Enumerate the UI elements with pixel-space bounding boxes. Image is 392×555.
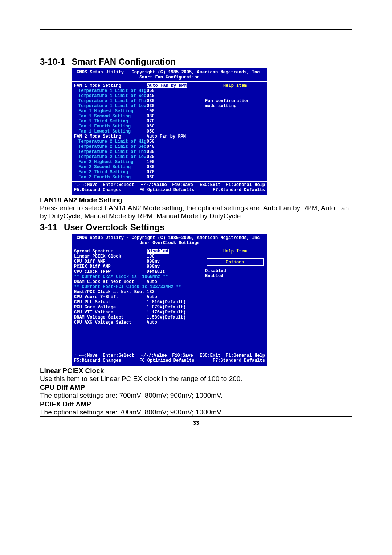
help-lines-1: Fan confirurationmode setting bbox=[205, 98, 265, 109]
bios-setting-row: Linear PCIEX Clock100 bbox=[74, 254, 200, 259]
bios-help-panel-1: Help Item Fan confirurationmode setting bbox=[203, 82, 267, 181]
section-title-2: User Overclock Settings bbox=[64, 222, 164, 232]
help-line: Fan confiruration bbox=[205, 98, 265, 104]
bios-setting-row: ** Current Host/PCI Clock is 133/33MHz *… bbox=[74, 284, 200, 289]
section-title-1: Smart FAN Configuration bbox=[72, 57, 176, 66]
bios-settings-list-1: FAN 1 Mode SettingAuto Fan by RPMTempera… bbox=[72, 82, 203, 181]
section-number-1: 3-10-1 bbox=[40, 57, 65, 66]
help-lines-2: DisabledEnabled bbox=[205, 268, 265, 279]
footer-key: F5:Discard Changes bbox=[74, 187, 121, 193]
help-title-2: Help Item bbox=[205, 249, 265, 254]
bios-footer-2: ↑↓←→:Move Enter:Select+/-/:Value F10:Sav… bbox=[72, 352, 267, 365]
bios-setting-row: Temperature 1 Limit of Sec040 bbox=[74, 93, 200, 98]
subheading: Linear PCIEX Clock bbox=[40, 367, 352, 375]
body-text: Use this item to set Linear PCIEX clock … bbox=[40, 375, 352, 383]
bios-setting-row: PCH Core Voltage1.079V(Default) bbox=[74, 305, 200, 310]
bios-setting-row: Fan 1 Third Setting070 bbox=[74, 119, 200, 124]
bios-setting-row: PCIEX Diff AMP800mv bbox=[74, 264, 200, 269]
bios-setting-row: Spread SpectrumDisabled bbox=[74, 249, 200, 254]
body-text: The optional settings are: 700mV; 800mV;… bbox=[40, 392, 352, 400]
bios-settings-list-2: Spread SpectrumDisabledLinear PCIEX Cloc… bbox=[72, 247, 203, 352]
bios-setting-row: CPU clock skewDefault bbox=[74, 269, 200, 274]
page-number: 33 bbox=[40, 420, 352, 426]
footer-key: +/-/:Value F10:Save bbox=[141, 182, 193, 187]
bios-setting-row: CPU AXG Voltage SelectAuto bbox=[74, 320, 200, 325]
footer-key: ↑↓←→:Move Enter:Select bbox=[74, 353, 134, 358]
bios-subtitle-1: Smart Fan Configuration bbox=[72, 75, 267, 80]
bios-setting-row: Temperature 2 Limit of Thi030 bbox=[74, 149, 200, 154]
bios-copyright-2: CMOS Setup Utility - Copyright (C) 1985-… bbox=[72, 235, 267, 240]
bios-subtitle-2: User OverClock Settings bbox=[72, 240, 267, 246]
bios-setting-row: Fan 1 Lowest Setting050 bbox=[74, 129, 200, 134]
page-bottom-rule bbox=[40, 416, 352, 417]
help-line: Disabled bbox=[205, 268, 265, 274]
bios-setting-row: CPU Vcore 7-ShiftAuto bbox=[74, 295, 200, 300]
footer-key: F7:Standard Defaults bbox=[213, 358, 265, 363]
bios-setting-row: Fan 2 Second Setting080 bbox=[74, 165, 200, 170]
bios-setting-row: DRAM Clock at Next BootAuto bbox=[74, 279, 200, 284]
bios-setting-row: Fan 1 Second Setting080 bbox=[74, 114, 200, 119]
subheading: CPU Diff AMP bbox=[40, 384, 352, 392]
bios-setting-row: Temperature 1 Limit of Low020 bbox=[74, 104, 200, 109]
footer-key: F7:Standard Defaults bbox=[213, 187, 265, 193]
bios-setting-row: Temperature 1 Limit of Hig050 bbox=[74, 88, 200, 93]
body-text: The optional settings are: 700mV; 800mV;… bbox=[40, 408, 352, 416]
bios-setting-row: FAN 2 Mode SettingAuto Fan by RPM bbox=[74, 134, 200, 139]
bios-copyright-1: CMOS Setup Utility - Copyright (C) 1985-… bbox=[72, 70, 267, 75]
bios-setting-row: ** Current DRAM Clock is 1066Mhz ** bbox=[74, 274, 200, 279]
bios-setting-row: Temperature 2 Limit of Hig050 bbox=[74, 139, 200, 144]
bios-setting-row: Fan 1 Highest Setting100 bbox=[74, 109, 200, 114]
section-number-2: 3-11 bbox=[40, 222, 57, 232]
bios-setting-row: Fan 2 Third Setting070 bbox=[74, 170, 200, 175]
bios-setting-row: Fan 1 Fourth Setting060 bbox=[74, 124, 200, 129]
help-title-1: Help Item bbox=[205, 83, 265, 88]
footer-key: ESC:Exit F1:General Help bbox=[200, 182, 265, 187]
bios-help-panel-2: Help Item Options DisabledEnabled bbox=[203, 247, 267, 352]
section-heading-2: 3-11User Overclock Settings bbox=[40, 222, 352, 232]
subheading: PCIEX Diff AMP bbox=[40, 400, 352, 408]
bios-setting-row: Fan 2 Highest Setting100 bbox=[74, 159, 200, 165]
bios-screenshot-1: CMOS Setup Utility - Copyright (C) 1985-… bbox=[72, 68, 267, 195]
bios-setting-row: Temperature 2 Limit of Low020 bbox=[74, 154, 200, 159]
footer-key: F6:Optimized Defaults bbox=[139, 187, 194, 193]
bios-setting-row: CPU Diff AMP800mv bbox=[74, 259, 200, 264]
help-line: mode setting bbox=[205, 104, 265, 109]
footer-key: ↑↓←→:Move Enter:Select bbox=[74, 182, 134, 187]
bios-footer-1: ↑↓←→:Move Enter:Select+/-/:Value F10:Sav… bbox=[72, 182, 267, 194]
footer-key: ESC:Exit F1:General Help bbox=[200, 353, 265, 358]
bios-setting-row: CPU PLL Select1.816V(Default) bbox=[74, 300, 200, 305]
options-label: Options bbox=[207, 259, 264, 266]
bios-setting-row: Temperature 2 Limit of Sec040 bbox=[74, 144, 200, 149]
footer-key: F5:Discard Changes bbox=[74, 358, 121, 363]
bios-setting-row: CPU VTT Voltage1.176V(Default) bbox=[74, 310, 200, 315]
footer-key: F6:Optimized Defaults bbox=[139, 358, 194, 363]
bios-setting-row: Temperature 1 Limit of Thi030 bbox=[74, 98, 200, 104]
bios-setting-row: Fan 2 Fourth Setting060 bbox=[74, 175, 200, 180]
bios-screenshot-2: CMOS Setup Utility - Copyright (C) 1985-… bbox=[72, 234, 267, 366]
body-fan-mode: Press enter to select FAN1/FAN2 Mode set… bbox=[40, 204, 352, 220]
subheading-fan-mode: FAN1/FAN2 Mode Setting bbox=[40, 196, 352, 204]
bios-setting-row: FAN 1 Mode SettingAuto Fan by RPM bbox=[74, 83, 200, 88]
section-heading-1: 3-10-1Smart FAN Configuration bbox=[40, 57, 352, 67]
help-line: Enabled bbox=[205, 274, 265, 279]
bios-setting-row: Host/PCI Clock at Next Boot133 bbox=[74, 289, 200, 295]
page-top-rule bbox=[40, 29, 352, 31]
bios-setting-row: DRAM Voltage Select1.589V(Default) bbox=[74, 315, 200, 320]
footer-key: +/-/:Value F10:Save bbox=[141, 353, 193, 358]
